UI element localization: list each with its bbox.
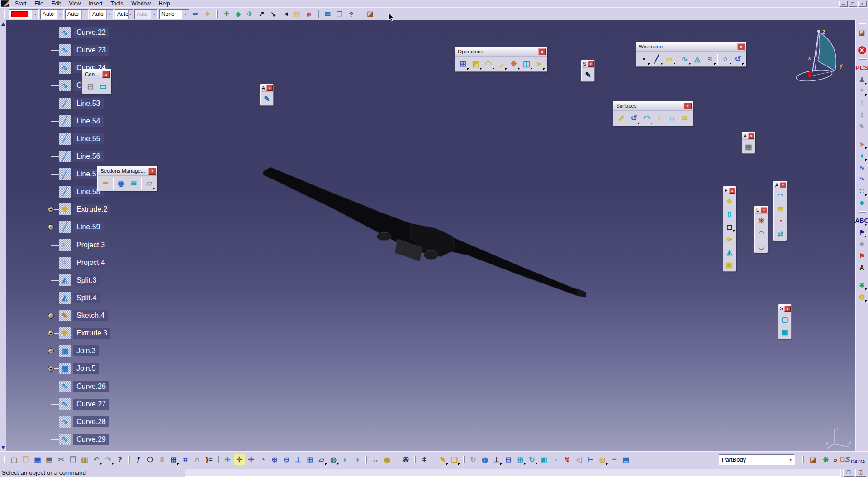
profile-sketch-icon[interactable]: ✎	[261, 93, 272, 104]
close-icon[interactable]: x	[266, 85, 273, 91]
zoom-out-icon[interactable]: ↘	[268, 9, 279, 19]
curve-icon[interactable]: ∿	[59, 434, 71, 445]
sketch-tools-icon[interactable]: ✎	[437, 454, 448, 465]
tree-item-line-53[interactable]: ╱Line.53	[6, 98, 151, 109]
tree-item-project-4[interactable]: ≈Project.4	[6, 257, 151, 269]
line-icon[interactable]: ╱	[59, 115, 71, 127]
curve-icon[interactable]: ∿	[59, 27, 71, 38]
intersection-icon[interactable]: ◬	[691, 53, 703, 65]
curve-icon[interactable]: ∿	[59, 416, 71, 428]
tree-item-curve-29[interactable]: ∿Curve.29	[6, 434, 151, 445]
box-view-icon[interactable]: ▣	[538, 454, 549, 465]
project-icon[interactable]: ≈	[59, 239, 71, 251]
panel-sections-manager-titlebar[interactable]: Sections Manage...x	[98, 166, 157, 176]
eraser-icon[interactable]: ◁	[574, 454, 584, 465]
extrude-icon[interactable]: ❖	[59, 327, 71, 339]
line-icon[interactable]: ╱	[59, 221, 71, 233]
curve-icon[interactable]: ∿	[59, 62, 71, 74]
zoom-in-view-icon[interactable]: ⊕	[269, 454, 280, 465]
grab-icon[interactable]: ↥	[857, 110, 867, 120]
expand-plus-icon[interactable]: +	[48, 366, 54, 372]
close-icon[interactable]: x	[729, 188, 735, 194]
tree-item-line-59[interactable]: +╱Line.59	[6, 221, 151, 233]
snap-select-icon[interactable]: ✦	[857, 151, 867, 161]
join-icon[interactable]: ▦	[59, 363, 71, 374]
surface-line-icon[interactable]: ◡	[756, 241, 767, 251]
line-icon[interactable]: ╱	[59, 186, 71, 198]
tree-item-line-54[interactable]: ╱Line.54	[6, 115, 151, 127]
panel-mini-profile[interactable]: Ax✎	[260, 84, 274, 106]
curve-icon[interactable]: ∿	[59, 398, 71, 410]
tree-item-split-3[interactable]: ◭Split.3	[6, 274, 151, 286]
close-icon[interactable]: x	[761, 207, 767, 213]
save-icon[interactable]: ▦	[32, 454, 43, 465]
chevron-down-icon[interactable]: ▾	[128, 10, 133, 19]
pattern-mini-icon[interactable]: ▦	[743, 141, 754, 152]
power-input-field[interactable]	[185, 469, 841, 477]
panel-mini-extract-titlebar[interactable]: Ex	[723, 187, 736, 194]
swap-space-icon[interactable]: ◑	[351, 454, 362, 465]
panel-constraints[interactable]: Con...x⊟▭	[82, 69, 111, 94]
sketch-export-icon[interactable]: ❏	[449, 454, 460, 465]
painter-icon[interactable]: ✑	[190, 9, 201, 19]
dotted-box-icon[interactable]: ▣	[779, 326, 790, 337]
panel-mini-pattern-titlebar[interactable]: Ax	[742, 132, 755, 140]
fly-mode-icon[interactable]: ✈	[245, 9, 255, 19]
copy-icon[interactable]: ❐	[67, 454, 78, 465]
chevron-down-icon[interactable]: ▾	[57, 10, 63, 19]
flag-note-icon[interactable]: ⚑	[857, 227, 867, 237]
trim-icon[interactable]: ◩	[470, 58, 482, 70]
close-icon[interactable]: x	[588, 61, 594, 67]
relations-icon[interactable]: ⌗	[180, 454, 191, 465]
section-wizard-icon[interactable]: ✒	[100, 177, 112, 189]
close-icon[interactable]: x	[737, 43, 745, 50]
chevron-down-icon[interactable]: ▾	[182, 10, 189, 19]
settings-gear-icon[interactable]: ❋	[821, 454, 831, 465]
point-icon[interactable]: ▪	[638, 53, 650, 65]
normal-view-icon[interactable]: ⇥	[280, 9, 290, 19]
abc-annotation-icon[interactable]: ABC	[857, 216, 867, 226]
measure-between-icon[interactable]: ↔	[370, 454, 381, 465]
whats-this-icon[interactable]: ?	[346, 9, 356, 19]
chevron-down-icon[interactable]: ▾	[787, 458, 794, 462]
menu-view[interactable]: View	[65, 0, 85, 7]
panel-constraints-titlebar[interactable]: Con...x	[82, 70, 111, 79]
close-button[interactable]: ✕	[858, 1, 867, 7]
info-button[interactable]: ⓘ	[855, 469, 866, 477]
rotate-box-icon[interactable]: ↻	[526, 454, 537, 465]
extract-icon[interactable]: ◫	[520, 58, 532, 70]
fit-all-icon[interactable]: ✛	[234, 454, 245, 465]
text-leader-icon[interactable]: A	[857, 263, 867, 273]
select-arrow-icon[interactable]: ➤	[857, 139, 867, 149]
sketch-icon[interactable]: ✎	[59, 310, 71, 321]
curve-icon[interactable]: ∿	[59, 80, 71, 91]
close-icon[interactable]: x	[784, 306, 791, 312]
mass-properties-icon[interactable]: ◉	[382, 454, 393, 465]
tree-filter-icon[interactable]: ⊢	[585, 454, 596, 465]
annotate-disabled-icon[interactable]: ✎	[857, 122, 867, 132]
boundary-mini-icon[interactable]: ◻	[724, 221, 735, 232]
3d-viewport[interactable]: ∿Curve.22∿Curve.23∿Curve.24∿Curve.25╱Lin…	[6, 20, 855, 451]
menu-insert[interactable]: Insert	[85, 0, 106, 7]
panel-mini-sketcher-titlebar[interactable]: Sx	[582, 60, 594, 68]
panel-mini-advsurf[interactable]: Ax◠≋◔⇄	[773, 181, 787, 241]
volume-icon[interactable]: ▣	[724, 259, 735, 270]
interference-icon[interactable]: ↯	[562, 454, 573, 465]
symmetry-mini-icon[interactable]: ❊	[756, 215, 767, 226]
panel-mini-extract[interactable]: Ex❖▯◻✑◭▣	[723, 186, 736, 272]
stamp-surface-icon[interactable]: ⚑	[857, 251, 867, 261]
tree-item-curve-23[interactable]: ∿Curve.23	[6, 44, 151, 56]
tree-item-curve-25[interactable]: ∿Curve.25	[6, 80, 151, 91]
join-icon[interactable]: ▦	[59, 345, 71, 357]
panel-mini-develop-titlebar[interactable]: Ex	[755, 206, 768, 214]
dimension-constraint-icon[interactable]: ▭	[97, 80, 109, 93]
curve-analysis-icon[interactable]: ∿	[857, 163, 867, 173]
color-swatch-dropdown[interactable]: ▾	[9, 9, 39, 19]
render-style-icon[interactable]: ◍	[328, 454, 339, 465]
line-icon[interactable]: ╱	[59, 168, 71, 180]
gray-surface-icon[interactable]: ❖	[857, 239, 867, 249]
tree-item-curve-22[interactable]: ∿Curve.22	[6, 27, 151, 38]
cut-icon[interactable]: ✂	[56, 454, 66, 465]
conic-icon[interactable]: ↺	[732, 53, 744, 65]
help-cursor-icon[interactable]: ?	[114, 454, 125, 465]
